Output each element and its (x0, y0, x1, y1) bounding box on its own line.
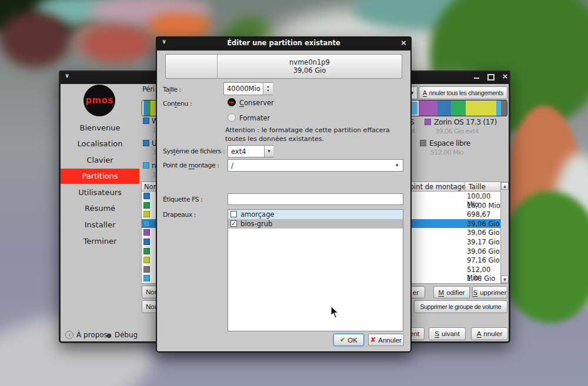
revert-all-changes-button[interactable]: Annuler tous les changements (419, 86, 507, 99)
delete-volume-group-button[interactable]: Supprimer le groupe de volume (414, 300, 507, 313)
legend-color-swatch (143, 118, 149, 124)
dialog-title: Éditer une partition existante (156, 39, 412, 47)
scroll-up-icon[interactable]: ▲ (501, 182, 509, 190)
debug-button[interactable]: ● Débug (106, 331, 138, 339)
preview-segment-other (166, 55, 218, 78)
preview-partition-name: nvme0n1p9 (289, 58, 330, 66)
partition-bar-segment[interactable] (146, 100, 151, 116)
edit-button[interactable]: Modifier (433, 286, 470, 298)
partition-color-swatch (143, 248, 150, 254)
chevron-down-icon: ▾ (268, 149, 270, 154)
flag-row-amorcage[interactable]: amorçage (228, 210, 403, 219)
legend-label: Zorin OS 17.3 (17) (434, 118, 497, 126)
column-name[interactable]: Nor (144, 183, 156, 191)
dialog-cancel-button[interactable]: ✘ Annuler (368, 334, 404, 346)
legend-color-swatch (420, 140, 426, 146)
legend-color-swatch (425, 119, 431, 125)
mountpoint-combo[interactable]: / (228, 159, 403, 172)
size-label: Taille : (163, 86, 181, 93)
format-radio[interactable] (228, 113, 236, 122)
partition-bar-segment[interactable] (419, 100, 438, 116)
device-label: Péri (142, 85, 154, 93)
delete-button[interactable]: Supprimer (472, 286, 507, 298)
legend-label: Espace libre (429, 139, 470, 147)
mouse-cursor (330, 306, 341, 320)
partition-bar-segment[interactable] (501, 100, 507, 116)
flag-label: bios-grub (240, 219, 272, 229)
preview-partition-size: 39,06 Gio (293, 66, 326, 75)
content-label: Contenu : (163, 100, 192, 108)
partition-color-swatch (143, 239, 150, 245)
cancel-button[interactable]: Annuler (471, 327, 508, 340)
column-size[interactable]: Taille (469, 183, 486, 191)
flags-label: Drapeaux : (163, 211, 196, 219)
partition-color-swatch (143, 220, 150, 227)
keep-radio[interactable] (228, 98, 236, 106)
partition-bar-segment[interactable] (496, 100, 501, 116)
about-label: À propos (76, 331, 108, 339)
sidebar-item-partitions[interactable]: Partitions (61, 169, 139, 184)
next-button[interactable]: Suivant (429, 327, 466, 340)
ok-check-icon: ✔ (340, 336, 345, 344)
legend-color-swatch (143, 162, 149, 169)
checkbox-icon[interactable]: ✓ (230, 220, 237, 227)
spin-down-icon[interactable]: ▾ (267, 89, 269, 93)
column-divider (465, 182, 465, 191)
flag-label: amorçage (240, 210, 275, 219)
pmos-logo-text: pmos (85, 95, 113, 106)
flag-row-bios-grub[interactable]: ✓ bios-grub (228, 219, 403, 229)
window-menu-chevron-icon[interactable]: ∨ (65, 72, 69, 79)
partition-color-swatch (143, 229, 150, 236)
keep-radio-label[interactable]: Conserver (239, 99, 274, 107)
partition-color-swatch (143, 266, 150, 273)
preview-segment-current: nvme0n1p9 39,06 Gio (218, 55, 402, 78)
legend-size: 512,00 Mio (430, 149, 463, 156)
legend-size: 39,06 Gio ext4 (435, 127, 479, 135)
format-warning-text: Attention : le formatage de cette partit… (225, 126, 406, 143)
partition-bar-segment[interactable] (437, 100, 451, 116)
partition-bar-segment[interactable] (466, 100, 496, 116)
desktop: ∨ × pmos Bienvenue Localisation Clavier … (0, 0, 588, 386)
sidebar-item-resume[interactable]: Résumé (61, 203, 139, 214)
sidebar-item-utilisateurs[interactable]: Utilisateurs (61, 187, 139, 199)
flags-list[interactable]: amorçage ✓ bios-grub (228, 209, 403, 331)
checkbox-icon[interactable] (230, 211, 237, 217)
sidebar-item-terminer[interactable]: Terminer (61, 236, 139, 247)
partition-bar-segment[interactable] (451, 100, 466, 116)
mountpoint-label: Point de montage : (163, 162, 219, 169)
dialog-titlebar[interactable]: ∨ Éditer une partition existante × (156, 36, 412, 51)
fs-label-label: Étiquette FS : (163, 196, 202, 203)
dialog-close-button[interactable]: × (400, 39, 407, 47)
partition-color-swatch (143, 193, 150, 199)
partition-color-swatch (143, 275, 150, 281)
debug-label: Débug (115, 331, 138, 339)
sidebar-item-bienvenue[interactable]: Bienvenue (61, 122, 139, 134)
format-radio-label[interactable]: Formater (239, 114, 270, 122)
sidebar-item-installer[interactable]: Installer (61, 219, 139, 231)
about-button[interactable]: i À propos (65, 331, 108, 339)
edit-partition-dialog: ∨ Éditer une partition existante × nvme0… (156, 36, 412, 353)
scroll-down-icon[interactable]: ▼ (501, 276, 509, 283)
partition-preview-bar: nvme0n1p9 39,06 Gio (165, 54, 402, 79)
bg-blob (0, 12, 71, 68)
minimize-button[interactable] (472, 72, 480, 81)
chevron-down-icon[interactable]: ▾ (396, 163, 399, 168)
sidebar-item-clavier[interactable]: Clavier (61, 155, 139, 166)
info-icon: i (65, 331, 74, 339)
filesystem-combo-button[interactable]: ▾ (264, 146, 273, 157)
fs-label-input[interactable] (228, 193, 403, 205)
spin-buttons[interactable]: ▴ ▾ (263, 83, 273, 95)
filesystem-label: Système de fichiers : (163, 147, 225, 155)
partition-color-swatch (143, 211, 150, 217)
bg-blob (147, 13, 212, 39)
bg-blob (82, 26, 153, 62)
debug-icon: ● (106, 332, 112, 338)
close-button[interactable]: × (501, 72, 509, 80)
partition-color-swatch (143, 257, 150, 263)
column-mountpoint[interactable]: oint de montage (410, 183, 466, 191)
ok-button[interactable]: ✔ OK (333, 334, 364, 346)
maximize-button[interactable] (487, 72, 495, 81)
sidebar-item-localisation[interactable]: Localisation (61, 138, 139, 150)
table-scrollbar[interactable]: ▲ ▼ (500, 182, 509, 284)
pmos-logo: pmos (83, 85, 115, 116)
